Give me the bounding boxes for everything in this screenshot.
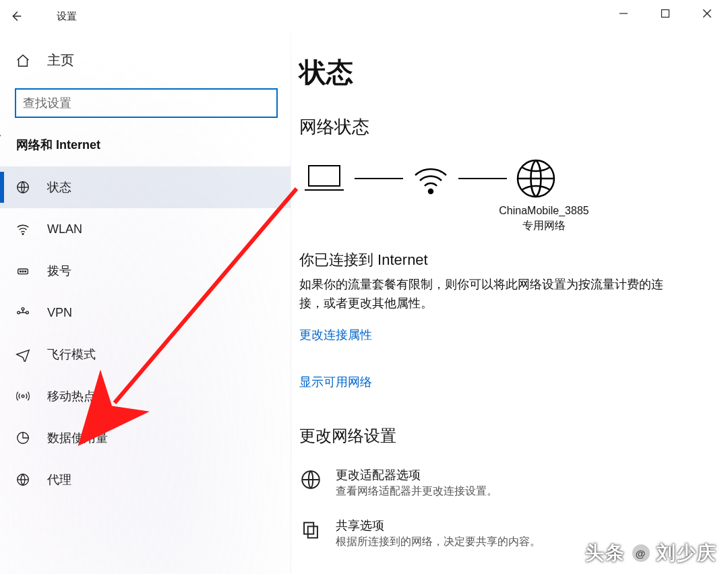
titlebar: 设置 [0,0,728,32]
maximize-button[interactable] [644,0,686,27]
svg-point-10 [22,308,24,311]
svg-point-11 [22,395,24,397]
home-icon [15,53,31,69]
svg-rect-0 [662,10,669,18]
diagram-line [458,178,507,179]
sidebar-item-vpn[interactable]: VPN [0,292,291,333]
setting-title: 更改适配器选项 [336,467,497,483]
svg-point-9 [26,311,29,314]
svg-point-7 [25,271,26,272]
minimize-icon [619,9,628,18]
svg-rect-18 [304,522,313,534]
back-button[interactable] [0,0,32,32]
connected-heading: 你已连接到 Internet [299,250,701,270]
wifi-large-icon [411,162,450,195]
diagram-line [355,178,403,179]
svg-point-3 [22,233,24,234]
sidebar: 主页 网络和 Internet 状态 [0,32,291,574]
setting-adapter-options[interactable]: 更改适配器选项 查看网络适配器并更改连接设置。 [299,467,701,499]
svg-point-6 [22,271,24,272]
svg-point-8 [18,311,20,314]
sidebar-item-data-usage[interactable]: 数据使用量 [0,417,291,459]
close-icon [702,8,712,19]
link-change-conn-props[interactable]: 更改连接属性 [299,327,372,343]
window-title: 设置 [57,10,77,23]
data-usage-icon [15,430,31,446]
sidebar-item-label: WLAN [47,222,82,236]
sidebar-item-dialup[interactable]: 拨号 [0,250,291,292]
sidebar-item-proxy[interactable]: 代理 [0,459,291,501]
link-show-networks[interactable]: 显示可用网络 [299,374,372,390]
proxy-icon [15,472,31,488]
content: 状态 网络状态 ChinaMobile_3885 [291,32,728,574]
wifi-icon [15,221,31,237]
watermark-prefix: 头条 [585,540,626,566]
sidebar-home[interactable]: 主页 [0,49,291,72]
vpn-icon [15,305,31,321]
sidebar-item-wlan[interactable]: WLAN [0,208,291,250]
globe-icon [15,179,31,195]
sharing-icon [299,519,322,542]
hotspot-icon [15,388,31,404]
maximize-icon [661,9,670,18]
sidebar-item-label: 飞行模式 [47,346,96,362]
status-heading: 网络状态 [299,115,701,139]
dialup-icon [15,263,31,279]
sidebar-item-label: 代理 [47,472,71,488]
setting-desc: 根据所连接到的网络，决定要共享的内容。 [336,535,541,549]
watermark: 头条 @ 刘少庆 [585,540,717,566]
adapter-icon [299,468,322,491]
sidebar-item-status[interactable]: 状态 [0,166,291,208]
svg-rect-19 [308,526,317,538]
minimize-button[interactable] [603,0,644,27]
airplane-icon [15,346,31,362]
svg-point-5 [20,271,21,272]
home-label: 主页 [47,51,74,69]
network-diagram [302,158,701,199]
search-wrap [0,88,291,137]
sidebar-item-label: 状态 [47,179,71,195]
sidebar-item-hotspot[interactable]: 移动热点 [0,375,291,417]
sidebar-item-airplane[interactable]: 飞行模式 [0,333,291,375]
connection-type: 专用网络 [387,218,701,233]
sidebar-item-label: VPN [47,306,72,320]
page-title: 状态 [299,54,701,91]
close-button[interactable] [686,0,728,27]
change-settings-heading: 更改网络设置 [299,425,701,447]
search-input[interactable] [15,88,278,118]
internet-globe-icon [515,158,557,199]
laptop-icon [302,162,346,195]
sidebar-item-label: 拨号 [47,263,71,279]
connection-label-block: ChinaMobile_3885 专用网络 [387,203,701,234]
arrow-left-icon [9,9,24,24]
setting-title: 共享选项 [336,517,541,534]
connected-body: 如果你的流量套餐有限制，则你可以将此网络设置为按流量计费的连接，或者更改其他属性… [299,276,677,313]
sidebar-item-label: 数据使用量 [47,430,108,446]
svg-point-15 [429,189,433,193]
connection-name: ChinaMobile_3885 [387,203,701,218]
svg-rect-14 [309,166,340,186]
watermark-author: 刘少庆 [657,540,717,566]
setting-desc: 查看网络适配器并更改连接设置。 [336,484,497,499]
sidebar-item-label: 移动热点 [47,388,96,404]
avatar-icon: @ [631,543,651,563]
window-controls [603,0,728,27]
sidebar-category-heading: 网络和 Internet [0,137,291,166]
